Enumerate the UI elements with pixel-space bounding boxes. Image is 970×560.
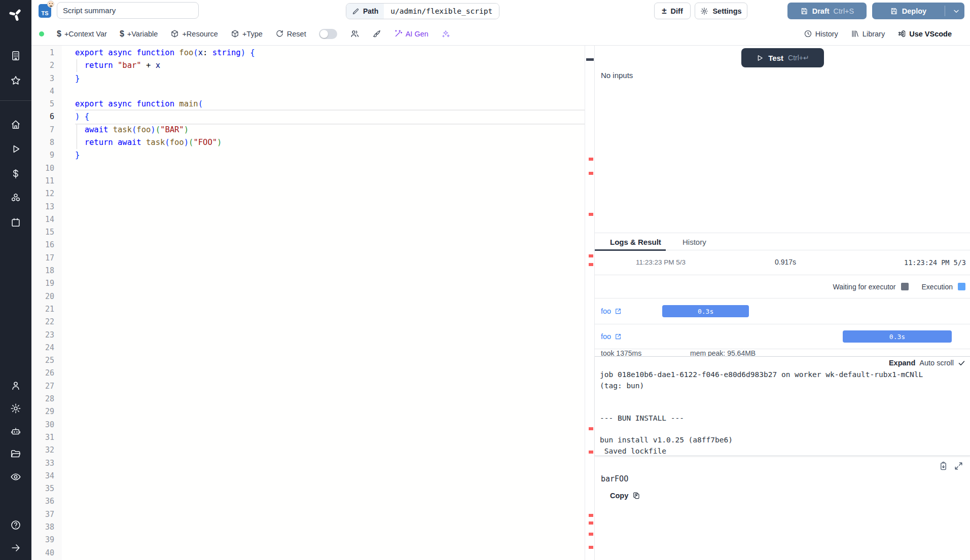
ai-gen-button[interactable]: AI Gen [394,29,428,38]
code-line[interactable] [75,367,585,380]
clipboard-copy-icon[interactable] [939,461,948,471]
log-viewer[interactable]: Expand Auto scroll job 018e10b6-dae1-612… [595,356,970,456]
audit-eye-icon[interactable] [0,470,31,483]
code-line[interactable] [75,354,585,367]
gear-icon [700,7,708,15]
code-line[interactable] [75,521,585,534]
test-button[interactable]: Test Ctrl+↵ [741,48,824,67]
workers-robot-icon[interactable] [0,425,31,438]
code-line[interactable] [75,265,585,277]
code-line[interactable]: return "bar" + x [75,59,585,72]
diff-mode-toggle[interactable] [319,29,337,39]
add-type-button[interactable]: +Type [231,29,263,38]
code-line[interactable] [75,495,585,508]
runs-play-icon[interactable] [0,142,31,156]
reset-button[interactable]: Reset [275,29,306,38]
line-number: 31 [31,431,54,444]
schedules-calendar-icon[interactable] [0,216,31,229]
code-line[interactable] [75,393,585,405]
deploy-button[interactable]: Deploy [872,3,964,19]
help-icon[interactable] [0,518,31,532]
code-line[interactable] [75,380,585,393]
code-line[interactable]: export async function foo(x: string) { [75,47,585,59]
vscode-icon [897,29,906,38]
code-line[interactable] [75,316,585,328]
code-line[interactable]: ) { [75,110,585,123]
history-button[interactable]: History [804,29,838,38]
windmill-logo[interactable] [0,8,31,21]
error-mark [589,172,593,175]
job-link[interactable]: foo [601,332,622,341]
code-line[interactable]: return await task(foo)("FOO") [75,136,585,149]
code-line[interactable] [75,162,585,175]
code-line[interactable]: } [75,149,585,162]
format-brush-icon[interactable] [372,29,381,39]
copy-result-button[interactable]: Copy [610,492,640,500]
folders-icon[interactable] [0,447,31,461]
code-line[interactable] [75,201,585,213]
code-line[interactable] [75,239,585,251]
code-line[interactable] [75,405,585,418]
variables-dollar-icon[interactable] [0,167,31,180]
workspace-icon[interactable] [0,49,31,62]
code-line[interactable] [75,175,585,188]
code-line[interactable] [75,457,585,470]
log-expand-button[interactable]: Expand [889,359,915,367]
code-line[interactable] [75,252,585,265]
add-variable-button[interactable]: $ +Variable [120,29,158,39]
maximize-icon[interactable] [954,461,963,471]
job-link[interactable]: foo [601,307,622,315]
code-line[interactable] [75,188,585,200]
code-line[interactable]: } [75,72,585,85]
code-line[interactable] [75,226,585,239]
code-content[interactable]: export async function foo(x: string) { r… [75,47,585,559]
code-line[interactable] [75,329,585,342]
code-line[interactable] [75,290,585,303]
favorites-star-icon[interactable] [0,74,31,87]
code-line[interactable] [75,470,585,482]
home-icon[interactable] [0,118,31,131]
code-line[interactable] [75,534,585,546]
diff-button[interactable]: ± Diff [654,3,691,19]
add-context-var-button[interactable]: $ +Context Var [57,29,107,39]
deploy-more-chevron[interactable] [952,3,960,19]
path-edit-button[interactable]: Path [346,4,384,19]
code-line[interactable] [75,431,585,444]
code-line[interactable]: await task(foo)("BAR") [75,124,585,136]
resources-boxes-icon[interactable] [0,192,31,205]
multiplayer-users-icon[interactable] [350,29,360,39]
path-control[interactable]: Path u/admin/flexible_script [346,3,499,19]
emoji-badge [47,1,54,8]
code-line[interactable] [75,547,585,559]
collapse-arrow-icon[interactable] [0,541,31,554]
code-line[interactable] [75,85,585,98]
settings-button[interactable]: Settings [695,3,747,19]
settings-gear-icon[interactable] [0,402,31,415]
draft-button[interactable]: Draft Ctrl+S [787,3,867,19]
code-line[interactable] [75,303,585,316]
code-line[interactable]: export async function main( [75,98,585,110]
code-line[interactable] [75,213,585,226]
tab-logs-result[interactable]: Logs & Result [610,233,661,250]
result-toolbar [939,461,963,471]
sparkles-icon[interactable] [441,29,450,39]
code-line[interactable] [75,508,585,521]
use-vscode-button[interactable]: Use VScode [897,29,952,38]
code-line[interactable] [75,277,585,290]
users-person-icon[interactable] [0,379,31,392]
path-value[interactable]: u/admin/flexible_script [384,4,499,19]
autoscroll-label[interactable]: Auto scroll [919,359,954,367]
code-line[interactable] [75,342,585,354]
line-number: 37 [31,508,54,521]
add-resource-button[interactable]: +Resource [170,29,218,38]
error-mark [589,451,593,454]
code-line[interactable] [75,482,585,495]
library-button[interactable]: Library [851,29,885,38]
code-line[interactable] [75,444,585,457]
code-line[interactable] [75,419,585,431]
tab-history[interactable]: History [682,233,706,250]
legend-execution-label: Execution [922,283,953,291]
script-summary-input[interactable] [57,2,199,19]
overview-ruler[interactable] [585,46,594,560]
code-editor[interactable]: 1234567891011121314151617181920212223242… [31,46,585,560]
